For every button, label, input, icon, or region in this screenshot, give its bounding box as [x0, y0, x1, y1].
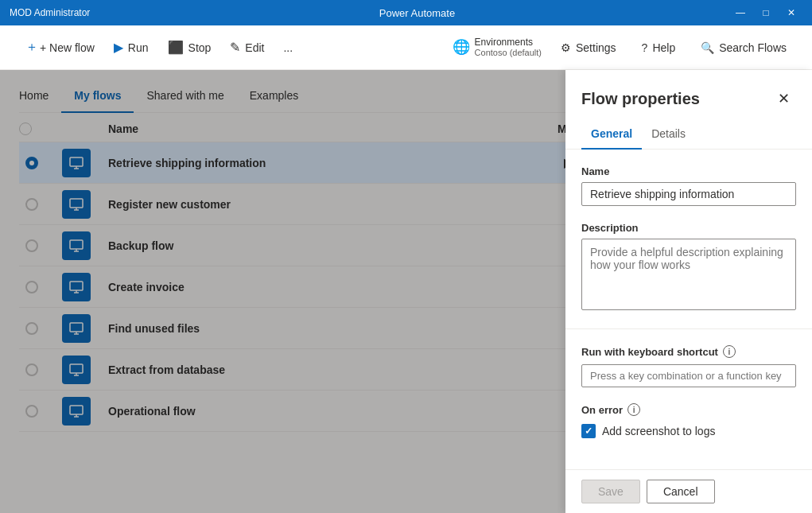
panel-tab-details[interactable]: Details: [642, 121, 695, 150]
on-error-label-text: On error: [581, 404, 623, 416]
edit-button[interactable]: ✎ Edit: [223, 35, 270, 60]
help-icon: ?: [642, 41, 648, 54]
panel-tab-general[interactable]: General: [581, 121, 642, 150]
minimize-button[interactable]: —: [729, 4, 752, 21]
cancel-button[interactable]: Cancel: [647, 480, 715, 503]
panel-footer: Save Cancel: [565, 469, 812, 513]
title-bar: MOD Administrator Power Automate — □ ✕: [0, 0, 812, 25]
more-button[interactable]: ...: [277, 37, 299, 59]
new-flow-label: + New flow: [40, 41, 95, 54]
edit-label: Edit: [245, 41, 264, 54]
panel-tabs: General Details: [565, 121, 812, 150]
close-button[interactable]: ✕: [780, 4, 802, 21]
environment-sub: Contoso (default): [475, 48, 542, 58]
search-flows-button[interactable]: 🔍 Search Flows: [694, 37, 793, 59]
screenshot-checkbox-label[interactable]: Add screenshot to logs: [602, 425, 715, 437]
settings-icon: ⚙: [561, 41, 571, 54]
shortcut-input[interactable]: [581, 364, 796, 387]
name-field-input[interactable]: [581, 182, 796, 206]
search-icon: 🔍: [701, 41, 714, 54]
more-label: ...: [283, 41, 293, 54]
help-label: Help: [652, 41, 675, 54]
edit-icon: ✎: [230, 40, 240, 55]
on-error-label: On error i: [581, 403, 796, 416]
title-bar-controls: — □ ✕: [729, 4, 802, 21]
run-icon: ▶: [114, 40, 123, 55]
toolbar: ＋ + New flow ▶ Run ⬛ Stop ✎ Edit ... 🌐 E…: [0, 25, 812, 70]
environment-label: Environments Contoso (default): [475, 37, 542, 59]
screenshot-checkbox[interactable]: ✓: [581, 424, 596, 438]
run-label: Run: [128, 41, 149, 54]
name-field-group: Name: [581, 165, 796, 206]
environment-button[interactable]: 🌐 Environments Contoso (default): [453, 37, 542, 59]
title-bar-title: Power Automate: [105, 7, 729, 19]
shortcut-section-label: Run with keyboard shortcut i: [581, 345, 796, 358]
panel-divider-1: [565, 328, 812, 329]
description-field-label: Description: [581, 222, 796, 234]
search-flows-label: Search Flows: [719, 41, 787, 54]
panel-header: Flow properties ✕: [565, 70, 812, 111]
on-error-section: On error i ✓ Add screenshot to logs: [581, 403, 796, 438]
stop-label: Stop: [188, 41, 212, 54]
new-flow-button[interactable]: ＋ + New flow: [19, 34, 101, 60]
panel-close-button[interactable]: ✕: [771, 86, 796, 111]
settings-label: Settings: [576, 41, 616, 54]
stop-icon: ⬛: [168, 40, 184, 55]
toolbar-right: 🌐 Environments Contoso (default) ⚙ Setti…: [453, 37, 793, 59]
shortcut-info-icon[interactable]: i: [723, 345, 736, 358]
name-field-label: Name: [581, 165, 796, 177]
screenshot-checkbox-row: ✓ Add screenshot to logs: [581, 424, 796, 438]
stop-button[interactable]: ⬛ Stop: [161, 35, 218, 60]
checkmark-icon: ✓: [585, 426, 592, 437]
description-textarea[interactable]: [581, 239, 796, 310]
panel-body: Name Description Run with keyboard short…: [565, 150, 812, 469]
environment-name: Environments: [475, 37, 542, 48]
panel-title: Flow properties: [581, 90, 700, 108]
maximize-button[interactable]: □: [755, 4, 777, 21]
description-field-group: Description: [581, 222, 796, 313]
main-area: Home My flows Shared with me Examples Na…: [0, 70, 812, 513]
flow-properties-panel: Flow properties ✕ General Details Name D…: [565, 70, 812, 513]
shortcut-field-group: Run with keyboard shortcut i: [581, 345, 796, 387]
shortcut-label-text: Run with keyboard shortcut: [581, 346, 718, 358]
settings-button[interactable]: ⚙ Settings: [554, 37, 623, 59]
shortcut-input-wrap: [581, 364, 796, 387]
save-button[interactable]: Save: [581, 480, 640, 503]
environment-icon: 🌐: [453, 38, 470, 56]
plus-icon: ＋: [25, 39, 38, 56]
run-button[interactable]: ▶ Run: [107, 35, 155, 60]
on-error-info-icon[interactable]: i: [627, 403, 640, 416]
help-button[interactable]: ? Help: [635, 37, 682, 59]
title-bar-spacer: MOD Administrator: [10, 7, 105, 18]
